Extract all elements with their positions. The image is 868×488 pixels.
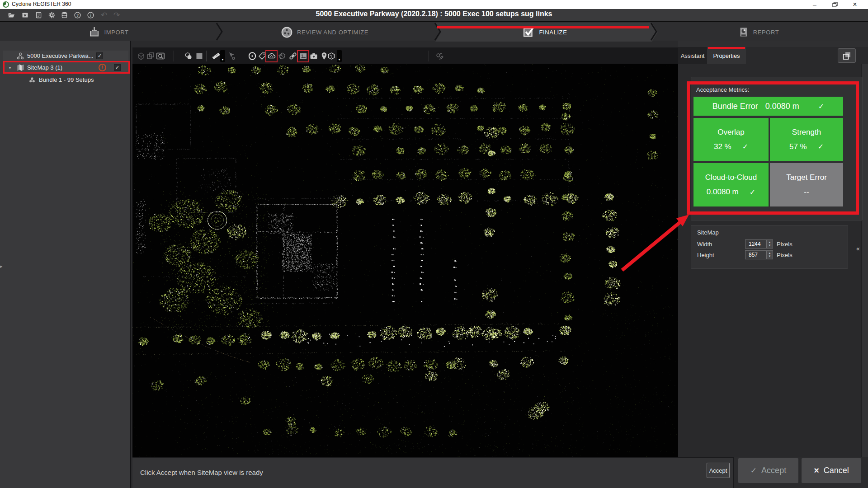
tab-finalize-label: FINALIZE xyxy=(539,29,567,36)
height-input[interactable] xyxy=(745,250,766,259)
restore-button[interactable] xyxy=(829,0,841,9)
metric-label: Overlap xyxy=(717,128,745,137)
chevron-separator-icon xyxy=(216,23,223,41)
target-icon xyxy=(248,52,257,61)
limit-box-dropdown[interactable]: ▼ xyxy=(337,50,342,62)
metric-label: Strength xyxy=(792,128,821,137)
chevron-separator-icon xyxy=(434,23,442,41)
spinner-down-icon[interactable]: ▼ xyxy=(769,255,771,258)
show-links-button[interactable] xyxy=(288,51,298,61)
tab-import-label: IMPORT xyxy=(104,29,129,36)
import-icon xyxy=(89,26,100,38)
tree-item-sitemap[interactable]: ▼ SiteMap 3 (1) ! ✓ xyxy=(3,62,128,74)
edit-links-button[interactable] xyxy=(434,51,444,61)
show-setups-button[interactable] xyxy=(247,51,257,61)
panel-footer: ✓ Accept × Cancel xyxy=(733,457,868,488)
toolbar-separator xyxy=(174,51,174,61)
height-spinner[interactable]: ▲▼ xyxy=(766,250,773,259)
metric-value: 57 % xyxy=(789,142,807,151)
width-label: Width xyxy=(697,241,712,248)
show-labels-button[interactable] xyxy=(257,51,267,61)
panel-collapse-handle[interactable]: « xyxy=(856,245,860,252)
metric-value: 0.0080 m xyxy=(707,188,739,197)
warning-icon: ! xyxy=(99,64,106,71)
check-icon: ✓ xyxy=(742,142,748,151)
review-optimize-icon xyxy=(281,26,293,38)
measure-button[interactable] xyxy=(211,51,221,61)
accept-small-button[interactable]: Accept xyxy=(707,463,730,478)
tab-import[interactable]: IMPORT xyxy=(89,23,129,42)
pan-3d-button[interactable] xyxy=(136,51,146,61)
sitemap-checkbox[interactable]: ✓ xyxy=(114,64,121,71)
ruler-icon xyxy=(212,52,221,61)
tab-report-label: REPORT xyxy=(753,29,779,36)
sitemap-title: SiteMap xyxy=(697,229,719,236)
metric-value: 32 % xyxy=(714,142,731,151)
metric-strength: Strength 57 %✓ xyxy=(770,118,843,161)
metric-value: -- xyxy=(804,188,809,197)
zoom-fit-icon xyxy=(156,52,165,61)
region-select-button[interactable] xyxy=(194,51,204,61)
overlap-circles-icon xyxy=(184,52,193,61)
show-images-button[interactable] xyxy=(298,51,308,61)
metric-label: Cloud-to-Cloud xyxy=(705,173,757,182)
minimize-button[interactable]: – xyxy=(809,0,821,9)
check-icon: ✓ xyxy=(750,466,757,475)
tree-item-project-root[interactable]: 5000 Executive Parkwa... ✓ xyxy=(3,51,128,61)
capture-screenshot-button[interactable] xyxy=(309,51,319,61)
tab-assistant[interactable]: Assistant xyxy=(678,47,707,64)
gray-square-icon xyxy=(195,52,204,61)
spinner-down-icon[interactable]: ▼ xyxy=(769,244,771,247)
project-network-icon xyxy=(16,52,24,60)
accept-button[interactable]: ✓ Accept xyxy=(738,458,798,483)
cancel-button[interactable]: × Cancel xyxy=(802,458,861,483)
cyclone-register-360-window: Cyclone REGISTER 360 – × ? i xyxy=(0,0,868,488)
app-logo-icon xyxy=(3,1,9,8)
annotation-properties-tab-bar xyxy=(708,47,745,49)
width-units: Pixels xyxy=(777,241,793,248)
sidebar-expand-handle[interactable]: ▸ xyxy=(0,260,6,272)
close-button[interactable]: × xyxy=(849,0,861,9)
tab-report[interactable]: REPORT xyxy=(738,23,779,42)
geometry-net-icon xyxy=(278,52,287,61)
project-root-checkbox[interactable]: ✓ xyxy=(96,52,103,59)
metric-label: Target Error xyxy=(786,173,827,182)
width-input[interactable] xyxy=(745,239,766,249)
measure-dropdown[interactable]: ▼ xyxy=(220,50,225,62)
width-spinner[interactable]: ▲▼ xyxy=(766,239,773,249)
viewer-toolbar: ▼ ▼ xyxy=(132,47,678,64)
point-cloud-canvas[interactable] xyxy=(132,64,678,457)
spinner-up-icon[interactable]: ▲ xyxy=(769,241,771,244)
metric-bundle-error: Bundle Error 0.0080 m ✓ xyxy=(693,97,843,116)
windows-icon xyxy=(843,52,851,60)
status-message: Click Accept when SiteMap view is ready xyxy=(140,469,263,476)
metric-label: Bundle Error xyxy=(712,102,758,111)
tab-properties[interactable]: Properties xyxy=(707,47,746,64)
cloud-visibility-button[interactable] xyxy=(184,51,193,61)
tag-icon xyxy=(258,52,267,61)
check-icon: ✓ xyxy=(818,142,824,151)
toolbar-separator xyxy=(243,51,243,61)
cancel-button-label: Cancel xyxy=(824,466,849,475)
chevron-separator-icon xyxy=(651,23,658,41)
link-edit-icon xyxy=(435,52,444,61)
frames-icon xyxy=(146,52,155,61)
height-units: Pixels xyxy=(777,252,793,258)
pop-out-panel-button[interactable] xyxy=(838,48,856,63)
restore-icon xyxy=(832,2,838,7)
show-geometry-button[interactable] xyxy=(277,51,287,61)
show-point-clouds-button[interactable] xyxy=(267,51,277,61)
spinner-up-icon[interactable]: ▲ xyxy=(769,252,771,255)
probe-button[interactable] xyxy=(226,51,236,61)
report-icon xyxy=(738,27,749,38)
duplicate-view-button[interactable] xyxy=(146,51,156,61)
tree-item-bundle[interactable]: Bundle 1 - 99 Setups xyxy=(3,75,128,85)
tab-review-and-optimize[interactable]: REVIEW AND OPTIMIZE xyxy=(281,23,368,42)
metric-cloud-to-cloud: Cloud-to-Cloud 0.0080 m✓ xyxy=(693,163,769,206)
tree-expander-icon[interactable]: ▼ xyxy=(8,66,12,70)
limit-box-button[interactable] xyxy=(326,51,336,61)
zoom-fit-button[interactable] xyxy=(156,51,165,61)
close-icon: × xyxy=(814,465,819,476)
acceptance-metrics-title: Acceptance Metrics: xyxy=(696,86,749,93)
properties-panel: Assistant Properties « Acceptance Metric… xyxy=(678,41,868,457)
